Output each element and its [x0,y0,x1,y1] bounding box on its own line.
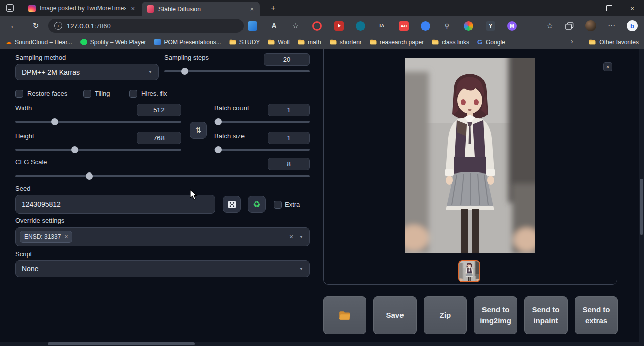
maximize-button[interactable] [598,0,621,16]
restore-faces-label[interactable]: Restore faces [27,90,67,98]
send-to-inpaint-button[interactable]: Send to inpaint [524,296,568,334]
gallery-thumbnail-selected[interactable] [458,260,480,282]
copilot-icon[interactable]: b [627,20,638,31]
batch-count-slider[interactable] [214,121,310,123]
cfg-scale-input[interactable]: 8 [268,158,310,170]
site-info-icon[interactable]: i [54,22,62,30]
extension-icon-y[interactable]: Y [486,21,495,31]
chevron-down-icon[interactable]: ▼ [299,235,303,239]
extension-icon-ring[interactable] [312,21,322,31]
bookmark-soundcloud[interactable]: ☁SoundCloud – Hear... [5,39,72,46]
reuse-seed-button[interactable]: ♻ [248,196,266,213]
extra-seed-checkbox[interactable] [274,201,282,209]
script-dropdown[interactable]: None ▼ [15,260,310,277]
sampling-steps-input[interactable]: 20 [264,53,310,66]
bookmark-folder-study[interactable]: STUDY [229,39,260,46]
bookmark-folder-shortenr[interactable]: shortenr [330,39,362,46]
tab-close-icon[interactable]: × [249,5,255,13]
recycle-icon: ♻ [253,200,260,209]
sampling-method-dropdown[interactable]: DPM++ 2M Karras ▼ [15,64,159,80]
extra-seed-label[interactable]: Extra [285,201,300,209]
extension-icon-blue[interactable] [421,21,430,31]
browser-tab-stable-diffusion[interactable]: Stable Diffusion × [142,2,260,16]
slider-handle[interactable] [71,146,78,153]
bookmarks-overflow-chevron[interactable]: › [571,37,573,45]
extension-icon-a[interactable]: A [269,21,279,31]
address-bar[interactable]: i 127.0.0.1:7860 [48,19,244,33]
tiling-checkbox[interactable] [83,90,91,98]
gallery-close-button[interactable]: × [603,62,612,71]
collections-icon[interactable] [565,22,574,30]
cfg-scale-label: CFG Scale [15,158,47,166]
hires-fix-label[interactable]: Hires. fix [141,90,167,98]
gallery-actions: Save Zip Send to img2img Send to inpaint… [323,296,618,334]
generated-image[interactable] [405,58,535,253]
bookmark-folder-wolf[interactable]: Wolf [268,39,290,46]
tab-close-icon[interactable]: × [130,5,136,12]
slider-handle[interactable] [51,118,58,125]
close-window-button[interactable]: × [621,0,644,16]
extension-icon-adblock[interactable]: AD [399,21,409,31]
bookmark-folder-classlinks[interactable]: class links [432,39,469,46]
seed-value: 1243095812 [22,200,61,208]
hires-fix-checkbox[interactable] [129,90,137,98]
batch-size-slider[interactable] [214,149,310,151]
vertical-scrollbar[interactable] [639,49,644,346]
refresh-button[interactable]: ↻ [29,19,42,32]
extension-icon-video[interactable] [334,21,344,31]
extension-icon-pin[interactable]: ⚲ [442,21,452,31]
slider-handle[interactable] [215,118,222,125]
zip-button[interactable]: Zip [424,296,467,334]
sampling-steps-slider[interactable] [164,70,310,72]
height-input[interactable]: 768 [137,132,181,144]
favorites-icon[interactable]: ☆ [547,21,553,30]
restore-faces-checkbox[interactable] [15,90,23,98]
browser-tab-instagram[interactable]: Image posted by TwoMoreTimes × [23,0,141,16]
bookmark-google[interactable]: GGoogle [477,38,505,46]
slider-handle[interactable] [181,68,188,75]
clear-all-icon[interactable]: × [289,233,293,240]
extension-icon-teal[interactable] [356,21,365,31]
new-tab-button[interactable]: + [268,3,279,14]
profile-avatar[interactable] [585,20,596,31]
horizontal-scrollbar[interactable] [0,342,639,346]
folder-icon [268,39,275,45]
override-settings-field[interactable]: ENSD: 31337 × × ▼ [15,227,310,246]
extension-icon-m[interactable]: M [507,21,517,31]
batch-count-input[interactable]: 1 [268,104,310,116]
slider-handle[interactable] [86,172,93,180]
tab-actions-icon[interactable] [6,4,14,12]
slider-handle[interactable] [215,146,222,153]
cfg-scale-slider[interactable] [15,175,310,177]
settings-menu-icon[interactable]: ⋯ [608,21,615,30]
height-slider[interactable] [15,149,181,151]
bookmark-spotify[interactable]: Spotify – Web Player [80,39,146,46]
width-slider[interactable] [15,121,181,123]
chip-close-icon[interactable]: × [64,234,68,240]
horizontal-scrollbar-thumb[interactable] [48,342,195,345]
seed-input[interactable]: 1243095812 [15,195,215,214]
width-input[interactable]: 512 [137,104,181,116]
minimize-button[interactable]: – [575,0,598,16]
bookmark-pom[interactable]: POM Presentations... [154,39,221,46]
extension-icon-ia[interactable]: IA [377,21,387,31]
extension-icon-star[interactable]: ☆ [291,21,300,31]
vertical-scrollbar-thumb[interactable] [640,179,643,235]
dice-icon [228,200,236,209]
send-to-extras-button[interactable]: Send to extras [575,296,618,334]
extension-icon-ball[interactable] [464,21,473,31]
other-favorites[interactable]: Other favorites [589,35,639,49]
back-button[interactable]: ← [7,19,20,32]
bookmark-folder-math[interactable]: math [298,39,321,46]
random-seed-button[interactable] [223,196,241,213]
send-to-img2img-button[interactable]: Send to img2img [474,296,517,334]
swap-dimensions-button[interactable]: ⇅ [190,122,207,139]
width-label: Width [15,104,32,112]
batch-size-input[interactable]: 1 [268,132,310,144]
tiling-label[interactable]: Tiling [95,90,110,98]
pom-icon [154,39,161,45]
open-folder-button[interactable] [323,296,366,334]
bookmark-folder-research[interactable]: reasearch paper [370,39,424,46]
save-button[interactable]: Save [373,296,417,334]
extension-icon-tag[interactable] [248,21,257,31]
